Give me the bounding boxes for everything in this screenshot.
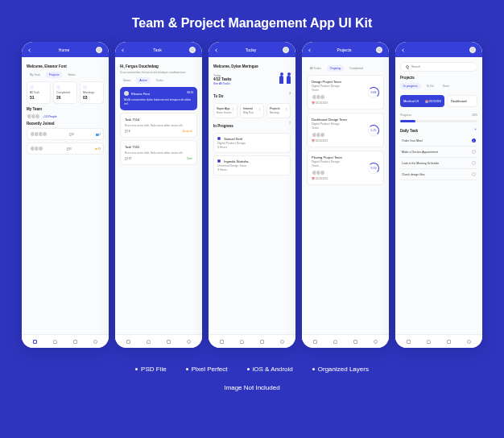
greeting: Hi, Fergus Douchebag [120, 64, 197, 68]
avatar[interactable] [96, 47, 102, 53]
todo-item[interactable]: ⋮InternalBlog Post [240, 103, 264, 118]
tabs: My Task Projects Notes [27, 72, 104, 78]
todo-item[interactable]: ⋮ProjectsMeetings [266, 103, 291, 118]
nav-home[interactable] [407, 339, 411, 344]
add-task-button[interactable]: ＋ [473, 126, 477, 135]
tabs: In progress To Do Done [400, 83, 477, 89]
project-chip[interactable]: Medical UI 📅 02/22/2023 [400, 95, 444, 107]
nav-profile[interactable] [187, 339, 192, 344]
nav-notifications[interactable] [333, 339, 338, 344]
back-icon[interactable] [28, 48, 31, 52]
tab-completed[interactable]: Completed [346, 65, 366, 72]
project-chip[interactable]: Dashboard [447, 95, 477, 107]
back-icon[interactable] [308, 48, 312, 52]
featured-task-card[interactable]: Eleanor Font 08:13 Mollit consectetur do… [120, 87, 197, 110]
avatar[interactable] [376, 47, 382, 53]
nav-calendar[interactable] [260, 339, 265, 344]
joined-avatars [30, 131, 48, 137]
project-title: Dashboard Design Team [312, 118, 368, 122]
nav-home[interactable] [33, 339, 38, 344]
check-icon[interactable]: ✓ [472, 138, 476, 143]
avatar[interactable] [189, 47, 196, 53]
nav-home[interactable] [220, 339, 225, 344]
task-item[interactable]: Task 7555 Rure eos anim milit. Nula anim… [120, 140, 197, 165]
project-card[interactable]: Dashboard Design Team Digital Product De… [307, 113, 384, 147]
tab-active[interactable]: Active [136, 77, 151, 84]
dots-icon[interactable]: ⋮ [285, 107, 287, 110]
progress-item[interactable]: Samuel Serif Digital Product Design 4 Ho… [213, 133, 291, 153]
tab-done[interactable]: Done [440, 83, 452, 89]
task-title: Task 7555 [125, 145, 192, 149]
back-icon[interactable] [122, 48, 125, 52]
plus-people: +13 People [43, 115, 57, 118]
daily-item[interactable]: Check design files [400, 169, 477, 180]
home-icon [33, 340, 37, 344]
nav-profile[interactable] [93, 339, 98, 344]
stat-meetings[interactable]: Meetings 03 [80, 81, 104, 104]
daily-title: Daily Task [400, 129, 418, 133]
stat-value: 51 [30, 95, 48, 100]
team-avatars[interactable]: +13 People [27, 114, 104, 119]
nav-home[interactable] [126, 339, 131, 344]
progress-bar [400, 120, 477, 122]
nav-calendar[interactable] [353, 339, 358, 344]
bell-icon [427, 340, 431, 344]
item-sub: Meetings [270, 111, 287, 114]
tab-ongoing[interactable]: Ongoing [327, 65, 344, 72]
joined-row[interactable]: 💬0 👥3 [27, 128, 104, 140]
project-date: 📅 02/24/2023 [312, 101, 368, 105]
avatar[interactable] [283, 47, 289, 53]
tab-notes[interactable]: Notes [120, 77, 134, 84]
daily-item[interactable]: Make a Doctors Appointment [400, 147, 477, 158]
joined-row[interactable]: 💬0 📂13 [27, 143, 104, 155]
nav-calendar[interactable] [73, 339, 78, 344]
tab-notes[interactable]: Notes [64, 72, 78, 78]
dots-icon[interactable]: ⋮ [258, 107, 261, 110]
body: Projects In progress To Do Done Medical … [395, 57, 482, 334]
daily-item[interactable]: Order Your Meal✓ [400, 135, 477, 147]
avatar[interactable] [469, 47, 476, 53]
nav-notifications[interactable] [427, 339, 432, 344]
stat-label: Meetings [83, 91, 101, 94]
nav-calendar[interactable] [167, 339, 171, 344]
nav-profile[interactable] [467, 339, 472, 344]
search-bar[interactable] [400, 62, 477, 72]
nav-notifications[interactable] [147, 339, 151, 344]
stat-value: 03 [83, 95, 101, 100]
nav-notifications[interactable] [53, 339, 58, 344]
stat-all[interactable]: All Task 51 [27, 81, 51, 104]
nav-notifications[interactable] [240, 339, 245, 344]
search-icon [406, 65, 409, 68]
dots-icon[interactable]: ⋮ [232, 107, 234, 110]
checkbox-empty[interactable] [472, 150, 476, 154]
todo-item[interactable]: ⋮Super AppHome Screen [213, 103, 238, 118]
tab-inprogress[interactable]: In progress [400, 83, 421, 89]
back-icon[interactable] [215, 48, 218, 52]
nav-profile[interactable] [280, 339, 285, 344]
nav-profile[interactable] [374, 339, 378, 344]
project-card[interactable]: Design Project Team Digital Product Desi… [307, 75, 384, 110]
tab-all[interactable]: All Tasks [307, 65, 324, 72]
task-item[interactable]: Task 7554 Rure eos anim milit. Nula anim… [120, 113, 197, 138]
tab-todo[interactable]: To Do [423, 83, 437, 89]
inprogress-title: In Progress [213, 124, 233, 128]
tab-mytask[interactable]: My Task [27, 72, 43, 78]
daily-item[interactable]: Look at the Meeting Schedule [400, 158, 477, 169]
nav-calendar[interactable] [447, 339, 452, 344]
tab-tasks[interactable]: Tasks [153, 77, 167, 84]
tab-projects[interactable]: Projects [46, 72, 63, 78]
header: Projects [302, 42, 389, 57]
calendar-icon [447, 340, 451, 344]
see-all-link[interactable]: See All Tasks [213, 82, 231, 85]
checkbox-empty[interactable] [472, 161, 476, 165]
avatar [320, 170, 325, 176]
project-card[interactable]: Planing Project Team Digital Product Des… [307, 151, 384, 185]
inprogress-count: 2 [289, 122, 291, 127]
stat-completed[interactable]: Completed 26 [53, 81, 77, 104]
nav-home[interactable] [313, 339, 318, 344]
back-icon[interactable] [402, 48, 405, 52]
progress-item[interactable]: Ingredia Nutrisha Universal Design Team … [213, 155, 291, 176]
search-input[interactable] [411, 65, 472, 68]
checkbox-empty[interactable] [472, 172, 476, 176]
daily-text: Order Your Meal [402, 139, 423, 143]
